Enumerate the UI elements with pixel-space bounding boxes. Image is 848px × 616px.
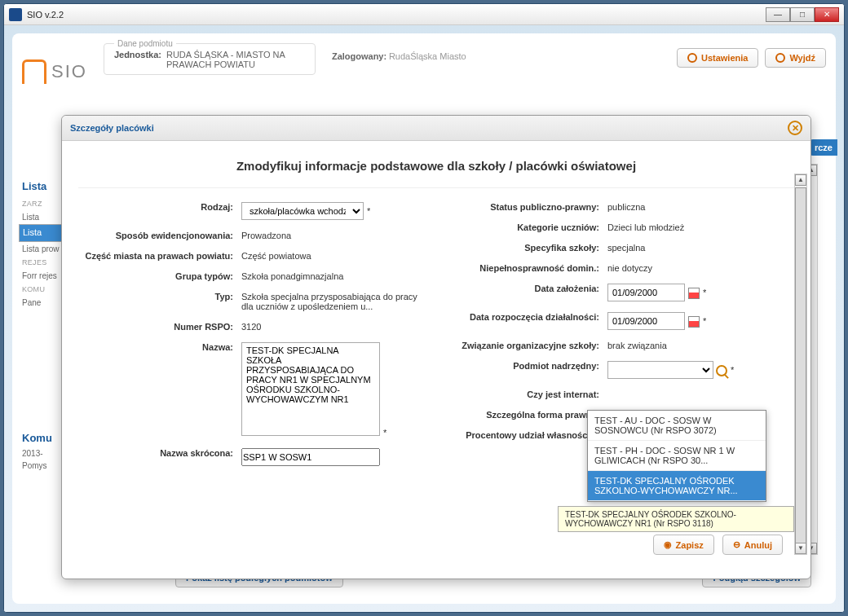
field-label: Czy jest internat: <box>444 387 607 399</box>
tab-fragment: rcze <box>810 139 837 156</box>
field-label: Niepełnosprawność domin.: <box>444 261 607 273</box>
field-label: Nazwa: <box>78 340 241 352</box>
dane-panel: Dane podmiotu Jednostka:RUDA ŚLĄSKA - MI… <box>104 43 316 75</box>
scroll-thumb[interactable] <box>795 187 806 546</box>
modal-scrollbar[interactable]: ▲ ▼ <box>794 174 807 555</box>
left-sidebar: Lista ZARZ Lista Lista Lista prow REJES … <box>22 180 67 470</box>
field-label: Szczególna forma prawna: <box>444 407 607 420</box>
field-label: Data założenia: <box>444 281 607 293</box>
nazwa-textarea[interactable]: TEST-DK SPECJALNA SZKOŁA PRZYSPOSABIAJĄC… <box>241 342 380 436</box>
zapisz-button[interactable]: ◉Zapisz <box>653 535 714 555</box>
modal-heading: Zmodyfikuj informacje podstawowe dla szk… <box>78 152 794 188</box>
app-icon <box>9 8 22 21</box>
wyjdz-button[interactable]: Wyjdź <box>765 48 826 68</box>
field-value: Dzieci lub młodzież <box>607 220 794 232</box>
date-input[interactable] <box>607 284 685 301</box>
maximize-button[interactable]: □ <box>790 7 815 22</box>
field-value: Część powiatowa <box>241 249 428 261</box>
kom-text: Pomys <box>22 461 67 470</box>
field-label: Procentowy udział własności w <box>444 428 607 440</box>
field-label: Część miasta na prawach powiatu: <box>78 249 241 261</box>
dropdown-item[interactable]: TEST - AU - DOC - SOSW W SOSNOWCU (Nr RS… <box>588 411 766 441</box>
nav-komu[interactable]: KOMU <box>22 283 67 296</box>
field-label: Kategorie uczniów: <box>444 220 607 232</box>
field-label: Sposób ewidencjonowania: <box>78 228 241 240</box>
field-value: Prowadzona <box>241 228 428 240</box>
kom-date: 2013- <box>22 449 67 458</box>
nav-zarz[interactable]: ZARZ <box>22 197 67 210</box>
field-label: Grupa typów: <box>78 269 241 281</box>
modal-titlebar: Szczegóły placówki ✕ <box>62 116 810 141</box>
section-komunikaty: Komu <box>22 432 67 444</box>
anuluj-button[interactable]: ⊖Anuluj <box>722 535 783 555</box>
calendar-icon[interactable] <box>688 316 700 328</box>
field-value: publiczna <box>607 200 794 212</box>
field-value <box>607 387 794 389</box>
nav-rejes[interactable]: REJES <box>22 256 67 269</box>
logo-icon <box>22 59 46 84</box>
field-label: Rodzaj: <box>78 200 241 212</box>
app-window: SIO v.2.2 — □ ✕ SIO Dane podmiotu Jednos… <box>3 3 845 613</box>
nav-item[interactable]: Lista prow <box>22 242 67 256</box>
section-lista: Lista <box>22 180 67 192</box>
field-value: Szkoła specjalna przysposabiająca do pra… <box>241 289 428 311</box>
field-label: Związanie organizacyjne szkoły: <box>444 338 607 350</box>
nav-item[interactable]: Pane <box>22 296 67 310</box>
field-label: Status publiczno-prawny: <box>444 200 607 212</box>
scroll-up-icon[interactable]: ▲ <box>795 174 806 186</box>
field-label: Data rozpoczęcia działalności: <box>444 310 607 322</box>
titlebar: SIO v.2.2 — □ ✕ <box>4 4 844 25</box>
field-label: Specyfika szkoły: <box>444 240 607 253</box>
dropdown-item-highlighted[interactable]: TEST-DK SPECJALNY OŚRODEK SZKOLNO-WYCHOW… <box>588 471 766 501</box>
ustawienia-button[interactable]: Ustawienia <box>677 48 758 68</box>
field-value: specjalna <box>607 240 794 253</box>
dropdown-tooltip: TEST-DK SPECJALNY OŚRODEK SZKOLNO-WYCHOW… <box>558 506 794 532</box>
date-input[interactable] <box>607 312 685 330</box>
close-button[interactable]: ✕ <box>815 7 839 22</box>
form-left-column: Rodzaj:szkoła/placówka wchodząc*Sposób e… <box>78 200 428 474</box>
logo: SIO <box>22 59 87 84</box>
field-label: Nazwa skrócona: <box>78 446 241 458</box>
field-label: Typ: <box>78 289 241 301</box>
podmiot-dropdown: TEST - AU - DOC - SOSW W SOSNOWCU (Nr RS… <box>587 410 766 502</box>
jednostka-label: Jednostka: <box>114 50 161 69</box>
modal-title: Szczegóły placówki <box>70 123 154 133</box>
nav-item[interactable]: Lista <box>22 210 67 224</box>
jednostka-value: RUDA ŚLĄSKA - MIASTO NA PRAWACH POWIATU <box>166 50 305 69</box>
dane-title: Dane podmiotu <box>114 39 176 48</box>
modal-szczegoly: Szczegóły placówki ✕ Zmodyfikuj informac… <box>61 115 811 579</box>
field-value: brak związania <box>607 338 794 350</box>
gear-icon <box>687 53 697 63</box>
window-title: SIO v.2.2 <box>27 10 64 20</box>
field-label: Podmiot nadrzędny: <box>444 359 607 371</box>
exit-icon <box>775 53 785 63</box>
field-value: 3120 <box>241 319 428 332</box>
podmiot-select[interactable] <box>607 361 713 379</box>
nazwa-skrocona-input[interactable] <box>241 448 380 466</box>
field-label: Numer RSPO: <box>78 319 241 332</box>
scroll-down-icon[interactable]: ▼ <box>795 543 806 554</box>
search-icon[interactable] <box>716 365 727 376</box>
minimize-button[interactable]: — <box>766 7 790 22</box>
app-body: SIO Dane podmiotu Jednostka:RUDA ŚLĄSKA … <box>4 25 844 612</box>
rodzaj-select[interactable]: szkoła/placówka wchodząc <box>241 202 364 220</box>
dropdown-item[interactable]: TEST - PH - DOC - SOSW NR 1 W GLIWICACH … <box>588 441 766 471</box>
login-info: Zalogowany: RudaŚląska Miasto <box>332 51 466 61</box>
calendar-icon[interactable] <box>688 288 700 299</box>
logo-text: SIO <box>51 61 87 82</box>
modal-close-button[interactable]: ✕ <box>788 121 802 135</box>
nav-item[interactable]: Forr rejes <box>22 269 67 283</box>
field-value: nie dotyczy <box>607 261 794 273</box>
field-value: Szkoła ponadgimnazjalna <box>241 269 428 281</box>
